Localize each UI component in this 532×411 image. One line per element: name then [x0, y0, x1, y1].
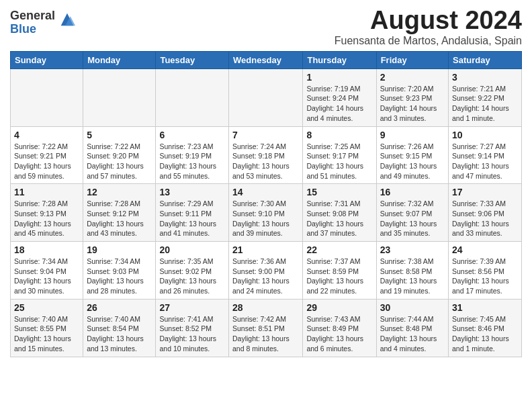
day-info: Sunrise: 7:40 AM Sunset: 8:54 PM Dayligh… [87, 314, 152, 354]
calendar-cell: 8Sunrise: 7:25 AM Sunset: 9:17 PM Daylig… [303, 126, 376, 184]
day-info: Sunrise: 7:22 AM Sunset: 9:21 PM Dayligh… [14, 142, 79, 181]
logo: General Blue [10, 9, 77, 36]
day-info: Sunrise: 7:40 AM Sunset: 8:55 PM Dayligh… [14, 314, 79, 354]
col-header-monday: Monday [83, 51, 156, 68]
calendar-cell: 30Sunrise: 7:44 AM Sunset: 8:48 PM Dayli… [376, 299, 448, 357]
calendar-cell: 11Sunrise: 7:28 AM Sunset: 9:13 PM Dayli… [11, 184, 83, 242]
location-subtitle: Fuensanta de Martos, Andalusia, Spain [335, 35, 522, 47]
day-info: Sunrise: 7:32 AM Sunset: 9:07 PM Dayligh… [380, 199, 445, 238]
calendar-week-row: 18Sunrise: 7:34 AM Sunset: 9:04 PM Dayli… [11, 242, 522, 300]
day-number: 3 [452, 72, 518, 83]
day-info: Sunrise: 7:37 AM Sunset: 8:59 PM Dayligh… [306, 257, 372, 296]
day-info: Sunrise: 7:20 AM Sunset: 9:23 PM Dayligh… [380, 84, 445, 124]
logo-icon [58, 10, 77, 29]
calendar-cell: 25Sunrise: 7:40 AM Sunset: 8:55 PM Dayli… [11, 299, 83, 357]
calendar-cell: 6Sunrise: 7:23 AM Sunset: 9:19 PM Daylig… [156, 126, 229, 184]
day-number: 2 [380, 72, 445, 83]
day-number: 29 [306, 302, 372, 313]
calendar-cell: 23Sunrise: 7:38 AM Sunset: 8:58 PM Dayli… [376, 242, 448, 300]
day-info: Sunrise: 7:31 AM Sunset: 9:08 PM Dayligh… [306, 199, 372, 238]
calendar-cell: 27Sunrise: 7:41 AM Sunset: 8:52 PM Dayli… [156, 299, 229, 357]
day-number: 22 [306, 244, 372, 255]
calendar-cell: 14Sunrise: 7:30 AM Sunset: 9:10 PM Dayli… [229, 184, 303, 242]
calendar-cell: 17Sunrise: 7:33 AM Sunset: 9:06 PM Dayli… [449, 184, 522, 242]
day-number: 30 [380, 302, 445, 313]
day-info: Sunrise: 7:28 AM Sunset: 9:12 PM Dayligh… [87, 199, 152, 238]
day-number: 18 [14, 244, 79, 255]
calendar-cell: 13Sunrise: 7:29 AM Sunset: 9:11 PM Dayli… [156, 184, 229, 242]
day-number: 10 [452, 130, 518, 140]
calendar-cell: 9Sunrise: 7:26 AM Sunset: 9:15 PM Daylig… [376, 126, 448, 184]
day-number: 26 [87, 302, 152, 313]
day-info: Sunrise: 7:24 AM Sunset: 9:18 PM Dayligh… [232, 142, 299, 181]
day-number: 1 [306, 72, 372, 83]
calendar-cell [156, 68, 229, 126]
title-area: August 2024 Fuensanta de Martos, Andalus… [335, 7, 522, 47]
logo-text: General Blue [10, 9, 55, 36]
day-number: 20 [159, 244, 225, 255]
day-number: 25 [14, 302, 79, 313]
day-info: Sunrise: 7:36 AM Sunset: 9:00 PM Dayligh… [232, 257, 299, 296]
calendar-cell: 15Sunrise: 7:31 AM Sunset: 9:08 PM Dayli… [303, 184, 376, 242]
calendar-cell: 20Sunrise: 7:35 AM Sunset: 9:02 PM Dayli… [156, 242, 229, 300]
day-number: 27 [159, 302, 225, 313]
day-info: Sunrise: 7:25 AM Sunset: 9:17 PM Dayligh… [306, 142, 372, 181]
header: General Blue August 2024 Fuensanta de Ma… [10, 7, 522, 47]
day-info: Sunrise: 7:34 AM Sunset: 9:04 PM Dayligh… [14, 257, 79, 296]
day-info: Sunrise: 7:29 AM Sunset: 9:11 PM Dayligh… [159, 199, 225, 238]
calendar-cell: 31Sunrise: 7:45 AM Sunset: 8:46 PM Dayli… [449, 299, 522, 357]
calendar-cell: 21Sunrise: 7:36 AM Sunset: 9:00 PM Dayli… [229, 242, 303, 300]
day-number: 24 [452, 244, 518, 255]
day-info: Sunrise: 7:34 AM Sunset: 9:03 PM Dayligh… [87, 257, 152, 296]
day-number: 8 [306, 130, 372, 140]
day-info: Sunrise: 7:45 AM Sunset: 8:46 PM Dayligh… [452, 314, 518, 354]
day-number: 14 [232, 187, 299, 197]
calendar-cell: 3Sunrise: 7:21 AM Sunset: 9:22 PM Daylig… [449, 68, 522, 126]
day-number: 23 [380, 244, 445, 255]
calendar-header-row: SundayMondayTuesdayWednesdayThursdayFrid… [11, 51, 522, 68]
day-info: Sunrise: 7:33 AM Sunset: 9:06 PM Dayligh… [452, 199, 518, 238]
calendar-cell: 28Sunrise: 7:42 AM Sunset: 8:51 PM Dayli… [229, 299, 303, 357]
col-header-tuesday: Tuesday [156, 51, 229, 68]
col-header-saturday: Saturday [449, 51, 522, 68]
calendar-week-row: 25Sunrise: 7:40 AM Sunset: 8:55 PM Dayli… [11, 299, 522, 357]
calendar-cell: 4Sunrise: 7:22 AM Sunset: 9:21 PM Daylig… [11, 126, 83, 184]
calendar-cell: 16Sunrise: 7:32 AM Sunset: 9:07 PM Dayli… [376, 184, 448, 242]
day-info: Sunrise: 7:26 AM Sunset: 9:15 PM Dayligh… [380, 142, 445, 181]
day-info: Sunrise: 7:30 AM Sunset: 9:10 PM Dayligh… [232, 199, 299, 238]
day-info: Sunrise: 7:28 AM Sunset: 9:13 PM Dayligh… [14, 199, 79, 238]
day-info: Sunrise: 7:39 AM Sunset: 8:56 PM Dayligh… [452, 257, 518, 296]
day-info: Sunrise: 7:35 AM Sunset: 9:02 PM Dayligh… [159, 257, 225, 296]
day-number: 21 [232, 244, 299, 255]
day-number: 12 [87, 187, 152, 197]
calendar-table: SundayMondayTuesdayWednesdayThursdayFrid… [10, 51, 522, 357]
calendar-cell: 5Sunrise: 7:22 AM Sunset: 9:20 PM Daylig… [83, 126, 156, 184]
day-number: 31 [452, 302, 518, 313]
day-info: Sunrise: 7:44 AM Sunset: 8:48 PM Dayligh… [380, 314, 445, 354]
day-info: Sunrise: 7:23 AM Sunset: 9:19 PM Dayligh… [159, 142, 225, 181]
day-info: Sunrise: 7:42 AM Sunset: 8:51 PM Dayligh… [232, 314, 299, 354]
col-header-wednesday: Wednesday [229, 51, 303, 68]
day-number: 6 [159, 130, 225, 140]
day-number: 9 [380, 130, 445, 140]
calendar-cell: 29Sunrise: 7:43 AM Sunset: 8:49 PM Dayli… [303, 299, 376, 357]
calendar-cell [11, 68, 83, 126]
calendar-cell: 7Sunrise: 7:24 AM Sunset: 9:18 PM Daylig… [229, 126, 303, 184]
calendar-cell: 26Sunrise: 7:40 AM Sunset: 8:54 PM Dayli… [83, 299, 156, 357]
day-info: Sunrise: 7:43 AM Sunset: 8:49 PM Dayligh… [306, 314, 372, 354]
calendar-cell [83, 68, 156, 126]
logo-general: General [10, 9, 55, 23]
calendar-cell: 10Sunrise: 7:27 AM Sunset: 9:14 PM Dayli… [449, 126, 522, 184]
day-number: 4 [14, 130, 79, 140]
day-info: Sunrise: 7:27 AM Sunset: 9:14 PM Dayligh… [452, 142, 518, 181]
calendar-cell: 24Sunrise: 7:39 AM Sunset: 8:56 PM Dayli… [449, 242, 522, 300]
calendar-cell: 12Sunrise: 7:28 AM Sunset: 9:12 PM Dayli… [83, 184, 156, 242]
col-header-friday: Friday [376, 51, 448, 68]
month-year-title: August 2024 [335, 7, 522, 35]
day-number: 7 [232, 130, 299, 140]
day-info: Sunrise: 7:38 AM Sunset: 8:58 PM Dayligh… [380, 257, 445, 296]
day-info: Sunrise: 7:21 AM Sunset: 9:22 PM Dayligh… [452, 84, 518, 124]
day-number: 19 [87, 244, 152, 255]
day-number: 15 [306, 187, 372, 197]
calendar-cell [229, 68, 303, 126]
